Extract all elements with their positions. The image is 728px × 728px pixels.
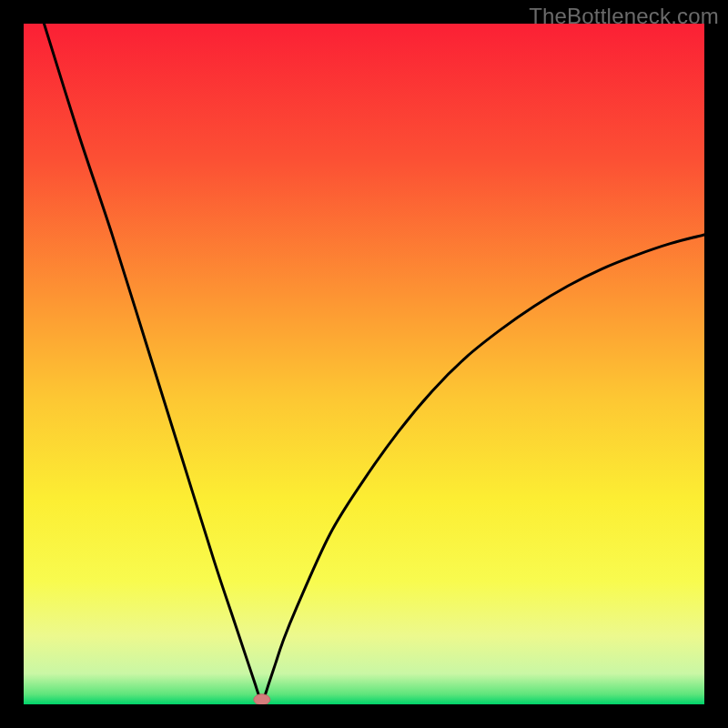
min-marker	[24, 24, 704, 704]
plot-area	[24, 24, 704, 704]
watermark-text: TheBottleneck.com	[529, 4, 719, 29]
chart-container: TheBottleneck.com	[0, 0, 728, 728]
svg-point-1	[254, 694, 270, 704]
